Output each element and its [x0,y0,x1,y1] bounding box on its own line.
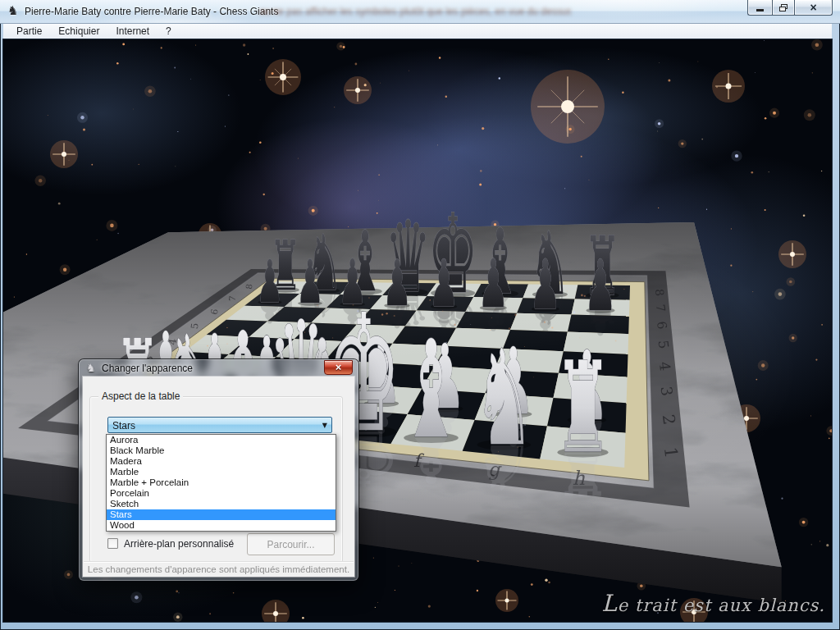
background-ghost-text: ou ne pas afficher les symboles plutôt q… [259,6,571,17]
appearance-dialog[interactable]: ♞ Changer l'apparence × Aspect de la tab… [79,359,358,581]
chevron-down-icon: ▼ [322,422,327,429]
piece-black-pawn-g7[interactable]: ♟ [530,244,562,325]
window-title: Pierre-Marie Baty contre Pierre-Marie Ba… [25,6,278,17]
restore-icon [779,4,788,11]
minimize-button[interactable] [747,0,772,16]
rank-label-3-right: 3 [658,386,676,397]
dropdown-option-porcelain[interactable]: Porcelain [107,488,336,499]
titlebar[interactable]: ♞ Pierre-Marie Baty contre Pierre-Marie … [0,0,840,24]
piece-black-pawn-h7[interactable]: ♟ [584,244,617,326]
table-aspect-combobox[interactable]: Stars ▼ [107,417,332,433]
dropdown-option-stars[interactable]: Stars [107,509,336,520]
piece-black-pawn-e7[interactable]: ♟ [429,245,459,322]
menu-item-echiquier[interactable]: Echiquier [50,25,107,38]
piece-black-pawn-f7[interactable]: ♟ [478,245,509,322]
dialog-close-button[interactable]: × [324,360,353,375]
menu-item-internet[interactable]: Internet [107,25,158,38]
app-icon-knight: ♞ [7,4,18,17]
close-button[interactable]: × [795,0,833,16]
dropdown-option-madera[interactable]: Madera [107,456,336,467]
dropdown-option-marble[interactable]: Marble [107,467,336,477]
dropdown-option-sketch[interactable]: Sketch [107,499,336,509]
caption-buttons: × [747,0,833,16]
menu-item-[interactable]: ? [158,25,180,38]
browse-button[interactable]: Parcourir... [247,533,335,555]
dropdown-option-aurora[interactable]: Aurora [107,435,336,445]
rank-label-8-left: 8 [244,283,254,290]
restore-button[interactable] [772,0,795,16]
dialog-status-text: Les changements d'apparence sont appliqu… [84,561,354,576]
minimize-icon [756,9,764,11]
dialog-icon-knight: ♞ [86,362,96,374]
dialog-client-area: Aspect de la table Stars ▼ AuroraBlack M… [83,377,354,577]
piece-white-rook-h1[interactable]: ♜ [554,335,612,481]
menu-item-partie[interactable]: Partie [8,25,50,38]
custom-background-checkbox[interactable] [107,538,118,549]
turn-indicator: Le trait est aux blancs. [601,590,825,617]
game-viewport[interactable]: abcdefgh1122334455667788♜♜♞♞♝♝♛♛♚♚♝♝♞♞♜♜… [3,39,832,622]
custom-background-label: Arrière-plan personnalisé [124,538,234,550]
dropdown-option-wood[interactable]: Wood [107,520,336,531]
dropdown-option-marble-porcelain[interactable]: Marble + Porcelain [107,477,336,488]
app-window: ♞ Pierre-Marie Baty contre Pierre-Marie … [0,0,840,630]
menubar: PartieEchiquierInternet? [3,24,832,39]
dialog-titlebar[interactable]: ♞ Changer l'apparence × [79,359,358,377]
piece-white-knight-g1[interactable]: ♞ [473,321,534,474]
dropdown-option-black-marble[interactable]: Black Marble [107,445,336,456]
combobox-dropdown-list: AuroraBlack MarbleMaderaMarbleMarble + P… [106,434,336,532]
piece-white-bishop-f1[interactable]: ♝ [399,312,462,468]
groupbox-label: Aspect de la table [98,390,183,402]
combobox-value: Stars [112,420,135,431]
dialog-title: Changer l'apparence [102,363,193,374]
